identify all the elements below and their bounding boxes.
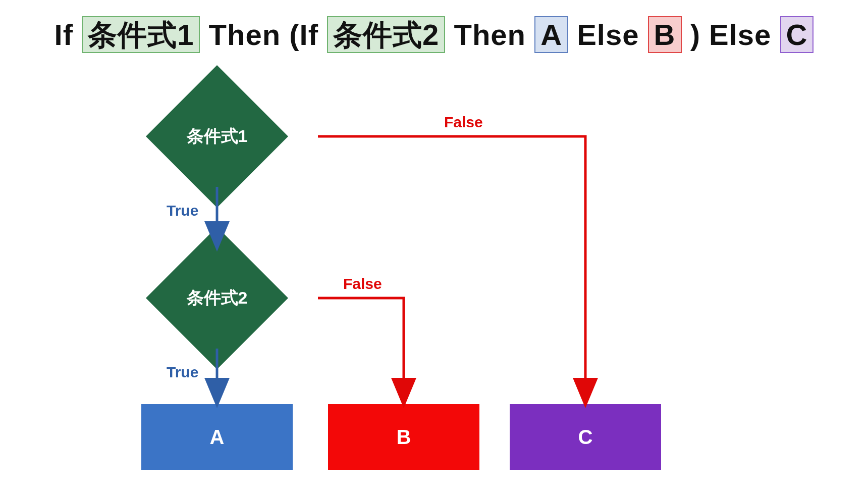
kw-then2: Then [454,18,526,52]
label-d1-false: False [444,114,483,131]
process-a: A [141,404,293,470]
hl-a: A [534,16,568,54]
hl-c: C [780,16,814,54]
hl-cond2: 条件式2 [327,16,445,54]
process-b: B [328,404,479,470]
process-c: C [510,404,661,470]
kw-then-open: Then (If [209,18,318,52]
kw-else2: Else [577,18,639,52]
label-d2-false: False [343,275,382,292]
decision-cond2-label: 条件式2 [116,248,318,349]
decision-cond1: 条件式1 [116,86,318,187]
label-d1-true: True [167,202,198,219]
decision-cond1-label: 条件式1 [116,86,318,187]
hl-cond1: 条件式1 [82,16,200,54]
process-c-label: C [578,426,593,449]
edge-d2-false [318,298,404,403]
edge-d1-false [318,136,585,403]
diagram-stage: If 条件式1 Then (If 条件式2 Then A Else B ) El… [0,0,868,489]
label-d2-true: True [167,364,198,381]
decision-cond2: 条件式2 [116,248,318,349]
process-a-label: A [210,426,225,449]
kw-if: If [55,18,73,52]
process-b-label: B [397,426,411,449]
expression-title: If 条件式1 Then (If 条件式2 Then A Else B ) El… [0,15,868,53]
kw-close-else: ) Else [690,18,772,52]
hl-b: B [648,16,682,54]
